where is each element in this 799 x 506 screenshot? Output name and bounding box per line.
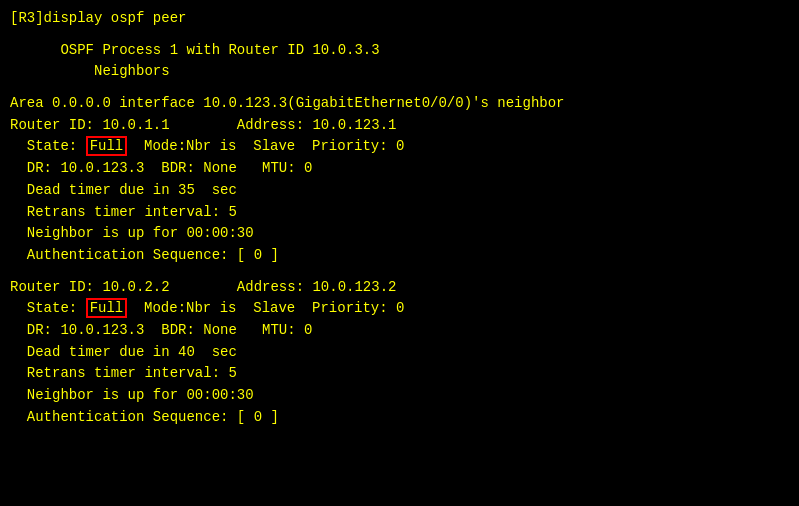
router1-state-line: State: Full Mode:Nbr is Slave Priority: … xyxy=(10,136,789,158)
prompt-line: [R3]display ospf peer xyxy=(10,8,789,30)
header-neighbors: Neighbors xyxy=(10,61,789,83)
router1-dead-line: Dead timer due in 35 sec xyxy=(10,180,789,202)
router2-state-pre: State: xyxy=(10,300,86,316)
router1-state-post: Mode:Nbr is Slave Priority: 0 xyxy=(127,138,404,154)
router1-id-line: Router ID: 10.0.1.1 Address: 10.0.123.1 xyxy=(10,115,789,137)
router1-retrans-line: Retrans timer interval: 5 xyxy=(10,202,789,224)
router2-auth-line: Authentication Sequence: [ 0 ] xyxy=(10,407,789,429)
router2-neighbor-line: Neighbor is up for 00:00:30 xyxy=(10,385,789,407)
router1-state-value: Full xyxy=(86,136,128,156)
router2-state-post: Mode:Nbr is Slave Priority: 0 xyxy=(127,300,404,316)
router2-dr-line: DR: 10.0.123.3 BDR: None MTU: 0 xyxy=(10,320,789,342)
router2-retrans-line: Retrans timer interval: 5 xyxy=(10,363,789,385)
router1-state-pre: State: xyxy=(10,138,86,154)
router2-id-line: Router ID: 10.0.2.2 Address: 10.0.123.2 xyxy=(10,277,789,299)
router1-neighbor-line: Neighbor is up for 00:00:30 xyxy=(10,223,789,245)
router2-state-line: State: Full Mode:Nbr is Slave Priority: … xyxy=(10,298,789,320)
terminal-window: [R3]display ospf peer OSPF Process 1 wit… xyxy=(0,0,799,506)
router1-auth-line: Authentication Sequence: [ 0 ] xyxy=(10,245,789,267)
router2-state-value: Full xyxy=(86,298,128,318)
header-process: OSPF Process 1 with Router ID 10.0.3.3 xyxy=(10,40,789,62)
router2-dead-line: Dead timer due in 40 sec xyxy=(10,342,789,364)
area-line: Area 0.0.0.0 interface 10.0.123.3(Gigabi… xyxy=(10,93,789,115)
router1-dr-line: DR: 10.0.123.3 BDR: None MTU: 0 xyxy=(10,158,789,180)
